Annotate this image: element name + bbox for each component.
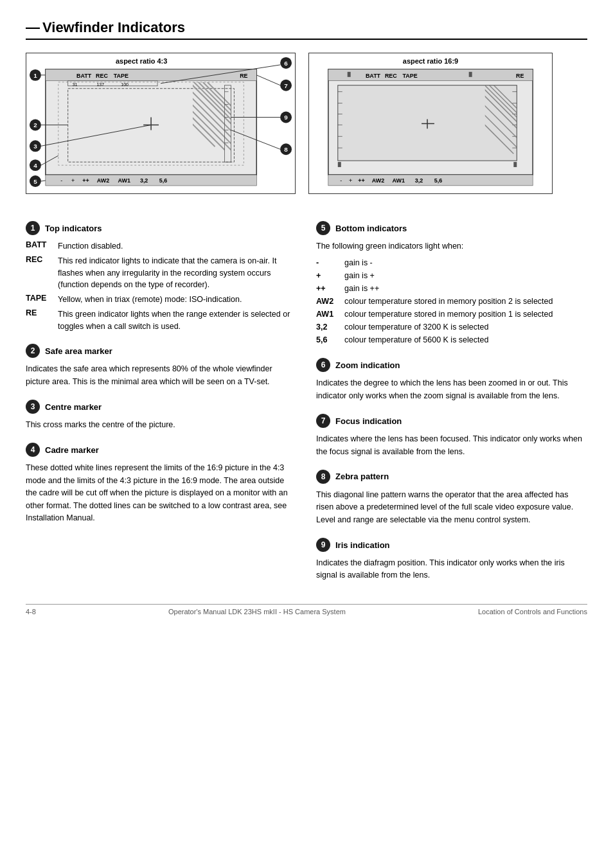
section-7-title: Focus indication (335, 416, 402, 426)
section-5-intro: The following green indicators light whe… (316, 240, 587, 252)
section-6-title: Zoom indication (335, 360, 400, 370)
svg-rect-102 (513, 162, 517, 167)
page-title-section: — Viewfinder Indicators (26, 19, 587, 40)
bottom-val-32: colour temperature of 3200 K is selected (344, 321, 587, 333)
bottom-key-32: 3,2 (316, 321, 344, 333)
bottom-key-minus: - (316, 256, 344, 269)
bottom-val-aw2: colour temperature stored in memory posi… (344, 295, 587, 308)
bottom-list-32: 3,2 colour temperature of 3200 K is sele… (316, 321, 587, 333)
svg-text:8: 8 (284, 146, 288, 153)
indicator-batt: BATT Function disabled. (26, 240, 297, 252)
section-3-body: This cross marks the centre of the pictu… (26, 419, 297, 431)
bottom-key-56: 5,6 (316, 333, 344, 346)
footer-page-num: 4-8 (26, 608, 36, 616)
section-6-heading: 6 Zoom indication (316, 358, 587, 372)
section-7-heading: 7 Focus indication (316, 414, 587, 428)
section-8-heading: 8 Zebra pattern (316, 470, 587, 484)
bottom-val-aw1: colour temperature stored in memory posi… (344, 308, 587, 321)
svg-text:TAPE: TAPE (114, 73, 129, 79)
bottom-list-aw2: AW2 colour temperature stored in memory … (316, 295, 587, 308)
section-9-heading: 9 Iris indication (316, 538, 587, 552)
svg-text:2: 2 (33, 121, 37, 128)
indicator-tape-val: Yellow, when in triax (remote) mode: ISO… (58, 294, 242, 306)
svg-line-55 (41, 181, 46, 181)
section-9-number: 9 (316, 538, 330, 552)
content-left: 1 Top indicators BATT Function disabled.… (26, 209, 297, 585)
svg-text:BATT: BATT (366, 73, 381, 79)
title-dash: — (26, 19, 40, 36)
svg-text:3: 3 (33, 143, 37, 150)
svg-line-61 (256, 75, 280, 85)
svg-text:6: 6 (284, 60, 288, 67)
svg-text:+: + (71, 177, 75, 184)
section-8-number: 8 (316, 470, 330, 484)
svg-text:BATT: BATT (76, 73, 92, 79)
bottom-list-plus: + gain is + (316, 269, 587, 282)
bottom-list-plusplus: ++ gain is ++ (316, 282, 587, 295)
svg-text:RE: RE (516, 73, 524, 79)
section-7-body: Indicates where the lens has been focuse… (316, 433, 587, 458)
section-1-heading: 1 Top indicators (26, 221, 297, 235)
section-2-title: Safe area marker (45, 346, 112, 356)
section-9-body: Indicates the diafragm position. This in… (316, 557, 587, 582)
bottom-list-minus: - gain is - (316, 256, 587, 269)
svg-rect-33 (46, 175, 256, 186)
svg-rect-75 (348, 72, 351, 77)
section-9-title: Iris indication (335, 540, 390, 550)
footer-doc-title: Operator's Manual LDK 23HS mkII - HS Cam… (168, 608, 346, 616)
section-6-number: 6 (316, 358, 330, 372)
section-4-title: Cadre marker (45, 445, 99, 455)
indicator-rec: REC This red indicator lights to indicat… (26, 255, 297, 291)
svg-text:31: 31 (73, 82, 78, 87)
indicator-re-val: This green indicator lights when the ran… (58, 308, 297, 333)
svg-text:AW2: AW2 (97, 177, 109, 184)
svg-text:137: 137 (96, 82, 104, 87)
svg-text:100: 100 (121, 82, 129, 87)
content-right: 5 Bottom indicators The following green … (316, 209, 587, 585)
bottom-val-plus: gain is + (344, 269, 587, 282)
section-5-heading: 5 Bottom indicators (316, 221, 587, 235)
indicator-re: RE This green indicator lights when the … (26, 308, 297, 333)
svg-text:-: - (340, 177, 342, 184)
section-3-number: 3 (26, 400, 40, 414)
indicator-rec-key: REC (26, 255, 58, 264)
diagram-16-9-svg: aspect ratio 16:9 BATT REC TAPE RE (309, 53, 552, 194)
svg-text:++: ++ (82, 177, 89, 184)
svg-text:RE: RE (240, 73, 247, 79)
indicator-batt-key: BATT (26, 240, 58, 249)
section-1-number: 1 (26, 221, 40, 235)
svg-text:REC: REC (96, 73, 108, 79)
bottom-val-plusplus: gain is ++ (344, 282, 587, 295)
bottom-key-plus: + (316, 269, 344, 282)
diagram-4-3-svg: aspect ratio 4:3 BATT REC TAPE RE (26, 53, 295, 194)
indicator-tape: TAPE Yellow, when in triax (remote) mode… (26, 294, 297, 306)
bottom-key-plusplus: ++ (316, 282, 344, 295)
svg-text:3,2: 3,2 (140, 177, 148, 184)
diagrams-row: aspect ratio 4:3 BATT REC TAPE RE (26, 53, 587, 194)
section-1-indicators: BATT Function disabled. REC This red ind… (26, 240, 297, 332)
svg-text:7: 7 (284, 82, 288, 89)
section-2-body: Indicates the safe area which represents… (26, 363, 297, 388)
section-4-heading: 4 Cadre marker (26, 443, 297, 457)
content-row: 1 Top indicators BATT Function disabled.… (26, 209, 587, 585)
svg-text:aspect ratio 4:3: aspect ratio 4:3 (116, 57, 167, 65)
section-3-title: Centre marker (45, 402, 102, 412)
svg-text:-: - (60, 177, 62, 184)
svg-text:3,2: 3,2 (415, 177, 423, 184)
svg-text:9: 9 (284, 114, 288, 121)
section-5-list: - gain is - + gain is + ++ gain is ++ AW… (316, 256, 587, 346)
svg-text:AW1: AW1 (118, 177, 130, 184)
bottom-list-aw1: AW1 colour temperature stored in memory … (316, 308, 587, 321)
bottom-val-56: colour temperature of 5600 K is selected (344, 333, 587, 346)
section-2-heading: 2 Safe area marker (26, 344, 297, 358)
svg-rect-70 (328, 69, 533, 81)
svg-text:REC: REC (385, 73, 397, 79)
page-title: Viewfinder Indicators (42, 19, 185, 36)
svg-text:AW1: AW1 (393, 177, 405, 184)
indicator-batt-val: Function disabled. (58, 240, 123, 252)
diagram-16-9: aspect ratio 16:9 BATT REC TAPE RE (308, 53, 553, 194)
svg-text:++: ++ (358, 177, 364, 184)
svg-rect-76 (469, 72, 472, 77)
bottom-key-aw1: AW1 (316, 308, 344, 321)
section-7-number: 7 (316, 414, 330, 428)
